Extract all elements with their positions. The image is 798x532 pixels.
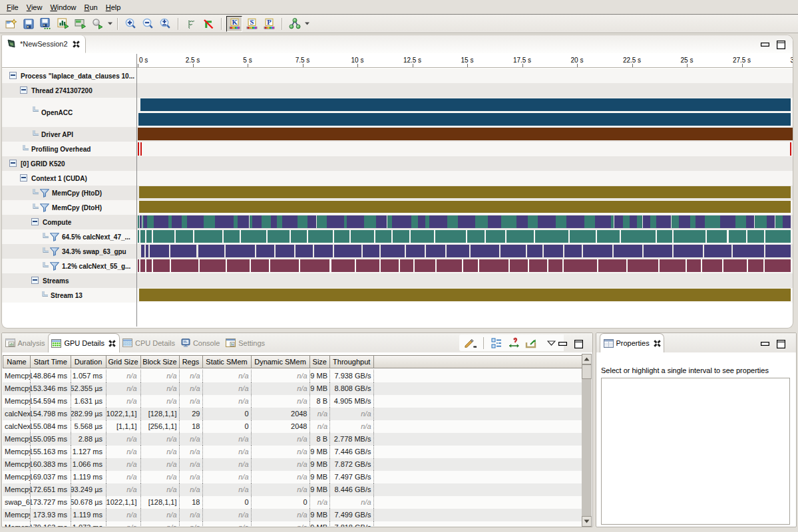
table-row[interactable]: Memcpy HtoD179.163 ms1.073 msn/an/an/an/… [3,521,582,527]
interval-bar[interactable] [656,215,671,228]
interval-bar[interactable] [200,259,226,272]
interval-bar[interactable] [256,245,274,257]
interval-bar[interactable] [138,230,139,243]
tab-gpu-details[interactable]: GPU Details [48,333,120,352]
minimize-icon[interactable] [558,340,567,348]
profile-application-button[interactable] [55,16,71,32]
interval-bar[interactable] [471,245,500,257]
interval-bar[interactable] [720,215,735,228]
menu-window[interactable]: Window [46,1,80,13]
scroll-thumb[interactable] [582,364,592,379]
interval-bar[interactable] [170,245,197,257]
column-header-start-time[interactable]: Start Time [31,355,71,368]
interval-bar[interactable] [704,245,731,257]
interval-bar[interactable] [723,259,747,272]
interval-bar[interactable] [746,215,755,228]
interval-bar[interactable] [411,230,434,243]
interval-bar[interactable] [672,215,679,228]
tab-properties[interactable]: Properties [600,333,664,352]
table-row[interactable]: calcNext_55_gpu155.084 ms5.568 µs[1,1,1]… [3,420,582,433]
save-button[interactable] [21,16,37,32]
interval-bar[interactable] [679,215,690,228]
timeline-bars-swap63[interactable] [137,244,793,259]
interval-bar[interactable] [176,230,194,243]
interval-bar[interactable] [153,230,174,243]
interval-bar[interactable] [138,259,139,272]
units-button[interactable] [506,335,522,351]
interval-bar[interactable] [643,215,650,228]
timeline-bars-driver[interactable] [137,127,793,142]
interval-bar[interactable] [447,245,469,257]
interval-bar[interactable] [623,215,630,228]
interval-bar[interactable] [387,215,392,228]
interval-bar[interactable] [150,245,169,257]
kernel-colorize-button[interactable]: K [226,16,242,32]
table-row[interactable]: calcNext_47_gpu154.798 ms282.99 µs[1022,… [3,408,582,420]
interval-bar[interactable] [139,201,791,213]
interval-bar[interactable] [426,245,446,257]
interval-bar[interactable] [528,215,538,228]
interval-bar[interactable] [147,215,154,228]
interval-bar[interactable] [415,259,435,272]
column-header-dynamic-smem[interactable]: Dynamic SMem [252,355,310,368]
interval-bar[interactable] [381,259,399,272]
interval-bar[interactable] [595,215,611,228]
interval-bar[interactable] [381,245,405,257]
interval-bar[interactable] [296,245,313,257]
interval-bar[interactable] [584,215,595,228]
interval-bar[interactable] [392,215,411,228]
interval-bar[interactable] [566,215,584,228]
interval-bar[interactable] [510,259,528,272]
interval-bar[interactable] [139,186,791,198]
minimize-icon[interactable] [761,340,769,348]
interval-bar[interactable] [194,230,222,243]
interval-bar[interactable] [650,215,657,228]
interval-bar[interactable] [765,259,791,272]
interval-bar[interactable] [755,215,767,228]
interval-bar[interactable] [327,215,344,228]
interval-bar[interactable] [331,259,355,272]
interval-bar[interactable] [501,215,517,228]
interval-bar[interactable] [146,245,148,257]
interval-bar[interactable] [614,245,642,257]
interval-bar[interactable] [479,259,508,272]
interval-bar[interactable] [154,215,168,228]
stream-colorize-button[interactable]: S [244,16,260,32]
interval-bar[interactable] [458,215,475,228]
interval-bar[interactable] [747,230,765,243]
interval-bar[interactable] [262,215,271,228]
process-colorize-button[interactable]: P [261,16,277,32]
interval-bar[interactable] [241,230,266,243]
interval-bar[interactable] [376,215,387,228]
interval-bar[interactable] [488,215,501,228]
collapse-icon[interactable] [20,86,27,94]
timeline-row-thread-2741307200[interactable]: Thread 2741307200 [2,83,793,98]
interval-bar[interactable] [172,215,182,228]
interval-bar[interactable] [544,245,563,257]
interval-bar[interactable] [506,230,534,243]
timeline-ruler[interactable]: 0 s2.5 s5 s7.5 s10 s12.5 s15 s17.5 s20 s… [2,54,793,68]
timeline-row-streams[interactable]: Streams [2,273,793,288]
export-button[interactable] [523,335,539,351]
interval-bar[interactable] [597,230,620,243]
minimize-icon[interactable] [761,41,769,49]
interval-bar[interactable] [364,215,376,228]
collapse-icon[interactable] [9,160,17,167]
interval-bar[interactable] [226,245,255,257]
interval-bar[interactable] [298,215,307,228]
table-row[interactable]: Memcpy DtoH155.095 ms2.88 µsn/an/an/an/a… [3,433,582,446]
collapse-icon[interactable] [9,72,17,79]
interval-bar[interactable] [375,230,391,243]
table-row[interactable]: Memcpy DtoH155.163 ms1.127 msn/an/an/an/… [3,446,582,458]
interval-bar[interactable] [314,245,333,257]
interval-bar[interactable] [140,142,142,156]
interval-bar[interactable] [429,215,447,228]
collapse-icon[interactable] [31,218,39,225]
interval-bar[interactable] [138,113,791,126]
interval-bar[interactable] [783,215,791,228]
interval-bar[interactable] [282,215,298,228]
interval-bar[interactable] [748,259,764,272]
timeline-bars-calcnext47[interactable] [137,229,793,244]
interval-bar[interactable] [356,259,379,272]
interval-bar[interactable] [486,230,505,243]
